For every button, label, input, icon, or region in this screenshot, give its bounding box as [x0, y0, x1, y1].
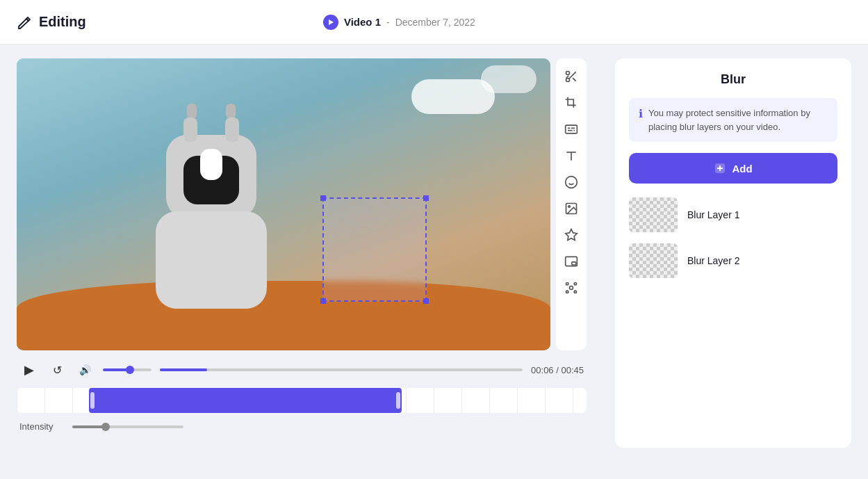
intensity-label: Intensity — [19, 421, 61, 432]
svg-point-23 — [566, 291, 568, 293]
intensity-row: Intensity — [17, 421, 604, 432]
video-section: ▶ ↺ 🔊 00:06 / 00:45 Intensity — [17, 58, 604, 432]
clip-handle-left[interactable] — [90, 392, 95, 409]
robot-ear-top-right — [226, 104, 236, 119]
svg-point-21 — [566, 283, 568, 285]
robot-body — [156, 211, 267, 309]
svg-marker-17 — [566, 229, 578, 241]
captions-tool-button[interactable] — [559, 117, 584, 142]
video-wrapper — [17, 58, 604, 350]
timeline-bar[interactable] — [160, 368, 523, 371]
image-tool-button[interactable] — [559, 196, 584, 221]
volume-thumb — [126, 366, 134, 374]
robot-face — [183, 156, 239, 204]
time-total: 00:45 — [561, 365, 584, 375]
blur-layer-1-name: Blur Layer 1 — [687, 209, 739, 220]
svg-point-16 — [568, 206, 571, 208]
cloud-2 — [481, 65, 537, 93]
time-display: 00:06 / 00:45 — [531, 365, 584, 375]
ground — [17, 281, 550, 350]
blur-layers-list: Blur Layer 1 Blur Layer 2 — [629, 197, 837, 278]
svg-line-3 — [573, 78, 576, 81]
clip-active-region[interactable] — [89, 388, 402, 413]
filter-tool-button[interactable] — [559, 275, 584, 300]
intensity-thumb — [101, 423, 110, 431]
blur-layer-2-thumb — [629, 243, 678, 278]
edit-icon — [17, 15, 32, 30]
effects-tool-button[interactable] — [559, 222, 584, 247]
text-tool-button[interactable] — [559, 143, 584, 168]
pip-tool-button[interactable] — [559, 249, 584, 274]
blur-layer-1-item[interactable]: Blur Layer 1 — [629, 197, 837, 232]
emoji-tool-button[interactable] — [559, 170, 584, 195]
svg-point-24 — [574, 291, 576, 293]
info-icon: ℹ — [639, 107, 643, 120]
svg-point-0 — [566, 72, 570, 75]
blur-corner-bl — [320, 298, 326, 304]
add-blur-button[interactable]: Add — [629, 153, 837, 184]
volume-button[interactable]: 🔊 — [75, 360, 95, 380]
panel-title: Blur — [629, 72, 837, 87]
cut-tool-button[interactable] — [559, 64, 584, 89]
page-title: Editing — [39, 14, 86, 30]
blur-selection-overlay[interactable] — [322, 197, 427, 302]
add-blur-label: Add — [732, 163, 752, 174]
blur-layer-1-thumb — [629, 197, 678, 232]
video-container[interactable] — [17, 58, 550, 350]
video-date: December 7, 2022 — [395, 17, 475, 28]
replay-button[interactable]: ↺ — [47, 360, 67, 380]
video-separator: - — [386, 17, 390, 28]
plus-icon — [714, 162, 726, 174]
header: Editing Video 1 - December 7, 2022 — [0, 0, 868, 44]
svg-rect-19 — [572, 262, 576, 265]
play-button[interactable]: ▶ — [19, 360, 39, 380]
video-background — [17, 58, 550, 350]
robot-ear-right — [225, 117, 239, 142]
robot-eye-right — [200, 149, 220, 180]
svg-point-22 — [574, 283, 576, 285]
header-center: Video 1 - December 7, 2022 — [323, 15, 475, 30]
toolbar — [556, 58, 587, 350]
time-current: 00:06 — [531, 365, 554, 375]
timeline-progress — [160, 368, 207, 371]
main: ▶ ↺ 🔊 00:06 / 00:45 Intensity — [0, 44, 868, 479]
blur-layer-2-item[interactable]: Blur Layer 2 — [629, 243, 837, 278]
robot-ear-top-left — [187, 104, 197, 119]
right-panel: Blur ℹ You may protect sensitive informa… — [615, 58, 851, 448]
info-box: ℹ You may protect sensitive information … — [629, 98, 837, 142]
clip-handle-right[interactable] — [396, 392, 400, 409]
crop-tool-button[interactable] — [559, 90, 584, 115]
svg-rect-5 — [566, 125, 578, 133]
video-play-icon — [323, 15, 338, 30]
volume-slider[interactable] — [103, 368, 152, 371]
header-left: Editing — [17, 14, 86, 30]
robot-head — [166, 135, 256, 218]
robot — [142, 156, 281, 309]
video-title: Video 1 — [344, 16, 381, 28]
robot-ear-left — [183, 117, 197, 142]
clip-timeline[interactable] — [17, 388, 587, 413]
blur-corner-br — [423, 298, 429, 304]
video-controls: ▶ ↺ 🔊 00:06 / 00:45 — [17, 360, 587, 380]
svg-point-20 — [570, 286, 573, 290]
svg-point-12 — [566, 177, 578, 188]
info-text: You may protect sensitive information by… — [648, 106, 828, 133]
blur-layer-2-name: Blur Layer 2 — [687, 255, 739, 266]
svg-point-1 — [566, 79, 570, 82]
intensity-slider[interactable] — [72, 425, 183, 428]
